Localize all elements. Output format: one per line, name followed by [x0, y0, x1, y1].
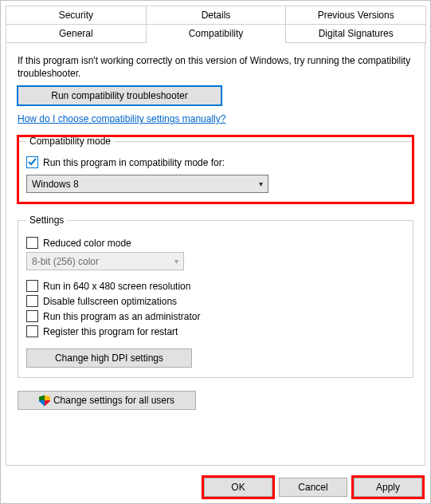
change-all-users-label: Change settings for all users	[53, 395, 174, 406]
tab-previous-versions[interactable]: Previous Versions	[285, 6, 426, 24]
compatibility-mode-legend: Compatibility mode	[26, 136, 114, 147]
disable-fullscreen-checkbox[interactable]	[26, 295, 38, 307]
tab-details[interactable]: Details	[146, 6, 287, 24]
change-all-users-button[interactable]: Change settings for all users	[18, 391, 196, 410]
run-640x480-label: Run in 640 x 480 screen resolution	[43, 281, 190, 292]
apply-button[interactable]: Apply	[354, 478, 422, 497]
manual-settings-help-link[interactable]: How do I choose compatibility settings m…	[18, 113, 225, 124]
run-640x480-checkbox[interactable]	[26, 280, 38, 292]
register-restart-label: Register this program for restart	[43, 326, 178, 337]
dialog-footer: OK Cancel Apply	[204, 478, 422, 497]
run-troubleshooter-button[interactable]: Run compatibility troubleshooter	[18, 86, 221, 105]
tab-security[interactable]: Security	[6, 6, 147, 24]
register-restart-checkbox[interactable]	[26, 325, 38, 337]
compat-mode-os-select[interactable]: Windows 8 ▾	[26, 175, 268, 193]
cancel-button[interactable]: Cancel	[279, 478, 347, 497]
run-as-admin-checkbox[interactable]	[26, 310, 38, 322]
change-dpi-button[interactable]: Change high DPI settings	[26, 348, 192, 368]
ok-button[interactable]: OK	[204, 478, 272, 497]
settings-legend: Settings	[26, 215, 67, 226]
compat-mode-checkbox[interactable]	[26, 156, 38, 168]
compatibility-mode-group: Compatibility mode Run this program in c…	[18, 136, 413, 203]
run-as-admin-label: Run this program as an administrator	[43, 311, 200, 322]
settings-group: Settings Reduced color mode 8-bit (256) …	[18, 215, 413, 378]
disable-fullscreen-label: Disable fullscreen optimizations	[43, 296, 177, 307]
tab-compatibility[interactable]: Compatibility	[146, 24, 287, 43]
chevron-down-icon: ▾	[259, 179, 263, 188]
color-depth-value: 8-bit (256) color	[32, 256, 99, 267]
properties-dialog: Security Details Previous Versions Gener…	[0, 0, 431, 504]
tab-panel-compatibility: If this program isn't working correctly …	[6, 43, 425, 466]
tab-strip: Security Details Previous Versions Gener…	[1, 1, 430, 43]
color-depth-select: 8-bit (256) color ▾	[26, 252, 184, 270]
check-icon	[28, 158, 37, 167]
intro-text: If this program isn't working correctly …	[18, 54, 413, 80]
tab-digital-signatures[interactable]: Digital Signatures	[285, 24, 426, 43]
compat-mode-label: Run this program in compatibility mode f…	[43, 157, 225, 168]
tab-general[interactable]: General	[6, 24, 147, 43]
reduced-color-label: Reduced color mode	[43, 238, 131, 249]
reduced-color-checkbox[interactable]	[26, 237, 38, 249]
chevron-down-icon: ▾	[174, 257, 178, 266]
shield-icon	[39, 395, 50, 406]
compat-mode-os-value: Windows 8	[32, 179, 79, 190]
